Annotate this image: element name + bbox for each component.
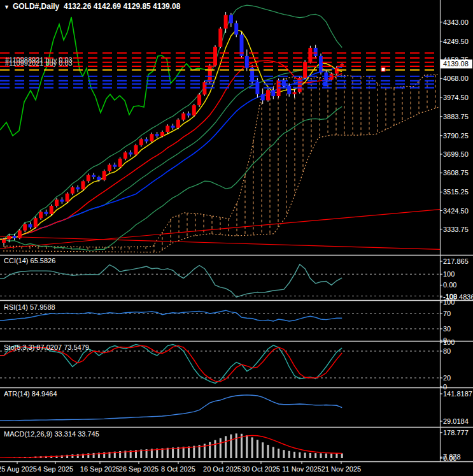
svg-text:21 Nov 2025: 21 Nov 2025 (321, 465, 361, 473)
svg-text:100: 100 (443, 270, 455, 278)
svg-text:3790.25: 3790.25 (443, 132, 469, 140)
svg-text:141.8187: 141.8187 (443, 390, 472, 398)
svg-text:29.0184: 29.0184 (443, 417, 469, 425)
svg-text:4343.00: 4343.00 (443, 18, 469, 26)
svg-text:0.00: 0.00 (443, 281, 456, 289)
svg-text:100: 100 (443, 338, 455, 346)
svg-text:217.865: 217.865 (443, 257, 469, 265)
svg-text:0.00: 0.00 (443, 454, 456, 462)
svg-text:3333.75: 3333.75 (443, 226, 469, 233)
svg-text:3883.75: 3883.75 (443, 113, 469, 120)
svg-text:3974.50: 3974.50 (443, 94, 469, 101)
svg-text:3699.50: 3699.50 (443, 150, 469, 158)
svg-text:100: 100 (443, 298, 455, 306)
svg-text:3515.25: 3515.25 (443, 188, 469, 196)
svg-text:4139.08: 4139.08 (443, 60, 469, 68)
svg-text:3608.75: 3608.75 (443, 169, 469, 177)
svg-text:20 Oct 2025: 20 Oct 2025 (203, 465, 241, 473)
svg-text:26 Sep 2025: 26 Sep 2025 (119, 465, 159, 473)
svg-text:3424.50: 3424.50 (443, 207, 469, 215)
svg-text:20: 20 (443, 374, 451, 382)
svg-text:4 Sep 2025: 4 Sep 2025 (38, 465, 73, 473)
svg-text:30 Oct 2025: 30 Oct 2025 (242, 465, 280, 473)
svg-text:11 Nov 2025: 11 Nov 2025 (282, 465, 321, 473)
svg-text:30: 30 (443, 325, 451, 333)
svg-text:70: 70 (443, 310, 451, 317)
chart-canvas[interactable]: 4343.004249.504158.754068.003974.503883.… (0, 0, 473, 476)
svg-text:178.777: 178.777 (443, 429, 469, 436)
trading-chart-window: 4343.004249.504158.754068.003974.503883.… (0, 0, 473, 476)
svg-text:4249.50: 4249.50 (443, 38, 469, 45)
svg-text:4068.00: 4068.00 (443, 75, 469, 82)
svg-text:16 Sep 2025: 16 Sep 2025 (80, 465, 120, 473)
svg-text:8 Oct 2025: 8 Oct 2025 (161, 465, 195, 473)
svg-text:25 Aug 2025: 25 Aug 2025 (0, 465, 37, 473)
svg-text:80: 80 (443, 347, 451, 355)
